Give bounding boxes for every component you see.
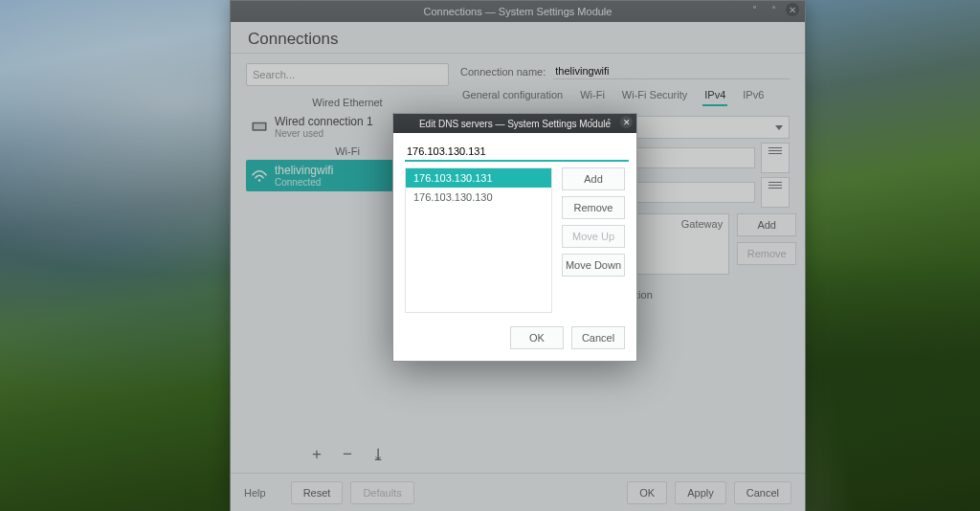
dialog-cancel-button[interactable]: Cancel — [571, 326, 625, 349]
maximize-icon[interactable]: ˄ — [603, 116, 615, 128]
dns-move-up-button[interactable]: Move Up — [562, 225, 625, 248]
minimize-icon[interactable]: ˅ — [586, 116, 598, 128]
dns-move-down-button[interactable]: Move Down — [562, 254, 625, 277]
dns-entry-input[interactable] — [405, 143, 629, 162]
dns-server-list[interactable]: 176.103.130.131 176.103.130.130 — [405, 167, 552, 313]
edit-dns-dialog: Edit DNS servers — System Settings Modul… — [392, 113, 637, 362]
dialog-title: Edit DNS servers — System Settings Modul… — [419, 119, 611, 129]
list-item[interactable]: 176.103.130.131 — [406, 168, 551, 188]
dns-remove-button[interactable]: Remove — [562, 196, 625, 219]
list-item[interactable]: 176.103.130.130 — [406, 188, 551, 207]
dialog-titlebar: Edit DNS servers — System Settings Modul… — [393, 114, 636, 133]
dialog-ok-button[interactable]: OK — [510, 326, 564, 349]
close-icon[interactable]: ✕ — [620, 116, 633, 128]
desktop-wallpaper: Connections — System Settings Module ˅ ˄… — [0, 0, 980, 511]
dns-add-button[interactable]: Add — [562, 167, 625, 190]
